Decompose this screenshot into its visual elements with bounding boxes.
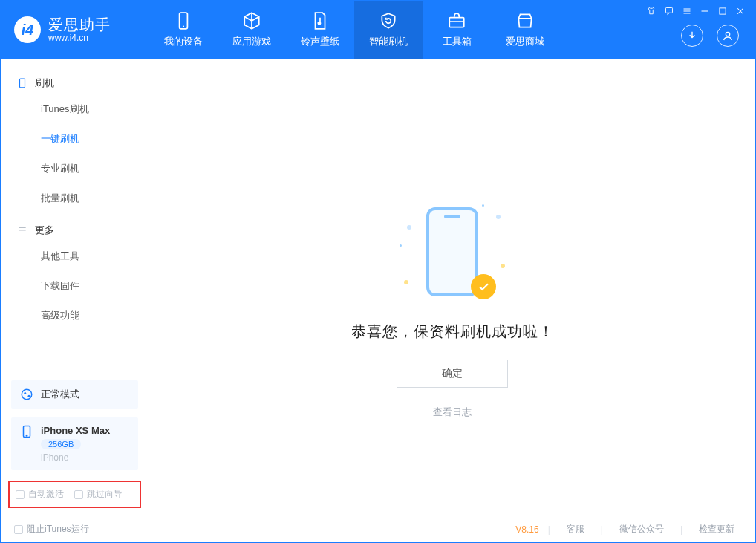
checkbox-auto-activate[interactable]: 自动激活 xyxy=(16,488,64,501)
toolbox-icon xyxy=(447,11,466,30)
svg-point-6 xyxy=(726,32,729,36)
main-tabs: 我的设备 应用游戏 铃声壁纸 智能刷机 工具箱 爱思商城 xyxy=(149,1,559,59)
device-storage-badge: 256GB xyxy=(41,439,81,449)
download-icon xyxy=(686,30,698,42)
minimize-icon[interactable] xyxy=(700,6,710,16)
tshirt-icon[interactable] xyxy=(646,6,656,16)
sidebar-item-other-tools[interactable]: 其他工具 xyxy=(1,241,149,271)
svg-point-8 xyxy=(22,389,32,400)
account-button[interactable] xyxy=(717,25,739,47)
device-phone-icon xyxy=(20,425,33,438)
device-card[interactable]: iPhone XS Max 256GB iPhone xyxy=(11,417,138,470)
sidebar-section-flash: 刷机 xyxy=(1,66,149,94)
feedback-icon[interactable] xyxy=(664,6,674,16)
tab-label: 我的设备 xyxy=(164,35,203,48)
tab-ringtone-wallpaper[interactable]: 铃声壁纸 xyxy=(286,1,354,59)
user-icon xyxy=(722,30,734,42)
status-bar: 阻止iTunes运行 V8.16 | 客服 | 微信公众号 | 检查更新 xyxy=(1,516,755,542)
tab-label: 工具箱 xyxy=(443,35,472,48)
sidebar-item-download-firmware[interactable]: 下载固件 xyxy=(1,271,149,301)
header: i4 爱思助手 www.i4.cn 我的设备 应用游戏 铃声壁纸 智能刷机 xyxy=(1,1,755,59)
window-controls xyxy=(646,6,746,16)
normal-mode-icon xyxy=(20,388,33,401)
tab-label: 智能刷机 xyxy=(369,35,408,48)
logo-en: www.i4.cn xyxy=(48,33,111,44)
link-wechat[interactable]: 微信公众号 xyxy=(612,523,671,536)
sidebar: 刷机 iTunes刷机 一键刷机 专业刷机 批量刷机 更多 其他工具 下载固件 … xyxy=(1,59,149,516)
section-title: 更多 xyxy=(35,224,54,237)
svg-point-12 xyxy=(26,435,27,437)
menu-icon[interactable] xyxy=(682,6,692,16)
tab-my-device[interactable]: 我的设备 xyxy=(149,1,218,59)
sidebar-item-batch-flash[interactable]: 批量刷机 xyxy=(1,183,149,213)
logo-text: 爱思助手 www.i4.cn xyxy=(48,16,111,44)
success-hero: 恭喜您，保资料刷机成功啦！ 确定 查看日志 xyxy=(351,207,554,419)
logo-cn: 爱思助手 xyxy=(48,16,111,33)
store-icon xyxy=(515,11,535,30)
checkbox-icon xyxy=(14,525,23,534)
tab-label: 爱思商城 xyxy=(506,35,544,48)
main-content: 恭喜您，保资料刷机成功啦！ 确定 查看日志 xyxy=(149,59,755,516)
music-file-icon xyxy=(310,11,330,30)
link-support[interactable]: 客服 xyxy=(559,523,592,536)
phone-icon xyxy=(17,78,27,88)
logo-icon: i4 xyxy=(14,16,41,43)
sidebar-section-more: 更多 xyxy=(1,213,149,241)
svg-point-10 xyxy=(28,395,30,397)
link-check-update[interactable]: 检查更新 xyxy=(691,523,742,536)
sidebar-item-itunes-flash[interactable]: iTunes刷机 xyxy=(1,94,149,124)
tab-apps-games[interactable]: 应用游戏 xyxy=(218,1,286,59)
sidebar-item-oneclick-flash[interactable]: 一键刷机 xyxy=(1,124,149,154)
success-check-icon xyxy=(471,274,496,299)
tab-toolbox[interactable]: 工具箱 xyxy=(423,1,491,59)
download-button[interactable] xyxy=(681,25,703,47)
ok-button[interactable]: 确定 xyxy=(397,360,508,388)
svg-point-9 xyxy=(24,392,26,394)
device-name: iPhone XS Max xyxy=(41,425,110,436)
logo[interactable]: i4 爱思助手 www.i4.cn xyxy=(1,1,149,59)
device-info: iPhone XS Max 256GB iPhone xyxy=(41,425,110,463)
svg-rect-7 xyxy=(20,79,25,88)
svg-rect-0 xyxy=(666,8,673,13)
success-title: 恭喜您，保资料刷机成功啦！ xyxy=(351,322,554,342)
refresh-shield-icon xyxy=(379,11,398,30)
mode-card[interactable]: 正常模式 xyxy=(11,380,138,409)
close-icon[interactable] xyxy=(735,6,746,16)
list-icon xyxy=(17,225,27,235)
body: 刷机 iTunes刷机 一键刷机 专业刷机 批量刷机 更多 其他工具 下载固件 … xyxy=(1,59,755,516)
svg-rect-5 xyxy=(449,18,464,27)
checkbox-icon xyxy=(16,490,25,499)
checkbox-icon xyxy=(74,490,83,499)
checkbox-label: 跳过向导 xyxy=(87,488,123,501)
checkbox-label: 阻止iTunes运行 xyxy=(27,523,89,536)
sidebar-item-pro-flash[interactable]: 专业刷机 xyxy=(1,154,149,183)
version-label: V8.16 xyxy=(515,524,538,535)
tab-smart-flash[interactable]: 智能刷机 xyxy=(354,1,423,59)
section-title: 刷机 xyxy=(35,77,54,90)
checkbox-label: 自动激活 xyxy=(28,488,64,501)
mode-label: 正常模式 xyxy=(41,388,79,401)
success-illustration xyxy=(404,207,501,304)
bottom-options-highlighted: 自动激活 跳过向导 xyxy=(8,481,141,508)
cube-icon xyxy=(242,11,261,30)
checkbox-skip-guide[interactable]: 跳过向导 xyxy=(74,488,123,501)
tab-label: 应用游戏 xyxy=(232,35,271,48)
svg-point-4 xyxy=(318,22,320,25)
tab-label: 铃声壁纸 xyxy=(301,35,339,48)
svg-point-3 xyxy=(183,26,184,27)
app-window: i4 爱思助手 www.i4.cn 我的设备 应用游戏 铃声壁纸 智能刷机 xyxy=(0,0,756,543)
device-icon xyxy=(174,11,193,30)
tab-store[interactable]: 爱思商城 xyxy=(491,1,559,59)
svg-rect-1 xyxy=(720,8,726,14)
checkbox-block-itunes[interactable]: 阻止iTunes运行 xyxy=(14,523,89,536)
sidebar-item-advanced[interactable]: 高级功能 xyxy=(1,301,149,331)
maximize-icon[interactable] xyxy=(717,6,728,16)
view-log-link[interactable]: 查看日志 xyxy=(433,406,472,419)
device-type: iPhone xyxy=(41,452,110,463)
